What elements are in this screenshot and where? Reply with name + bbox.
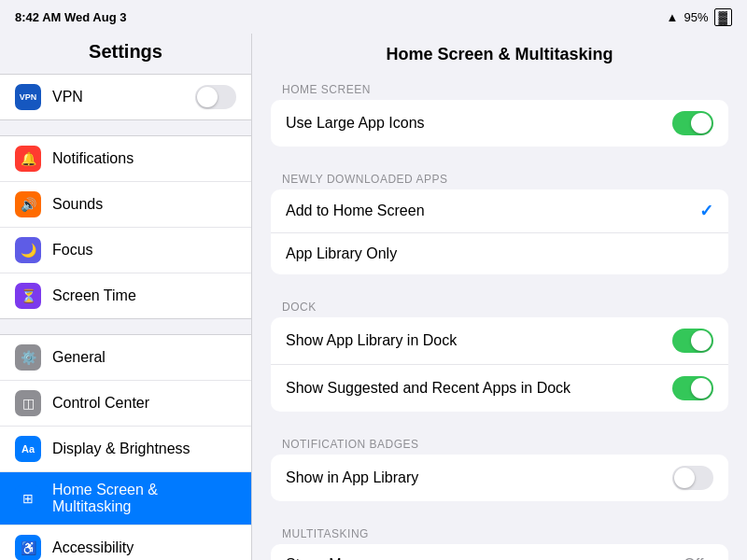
status-bar: 8:42 AM Wed Aug 3 ▲ 95% ▓ — [0, 0, 747, 34]
section-label-home-screen: HOME SCREEN — [271, 76, 728, 100]
vpn-row[interactable]: VPN VPN — [0, 74, 251, 120]
section-label-newly-downloaded: NEWLY DOWNLOADED APPS — [271, 165, 728, 189]
sidebar-item-label-notifications: Notifications — [52, 150, 134, 167]
control-center-icon: ◫ — [15, 390, 41, 416]
row-show-app-library-dock[interactable]: Show App Library in Dock — [271, 317, 728, 365]
section-notification-badges: NOTIFICATION BADGES Show in App Library — [271, 430, 728, 501]
section-content-multitasking: Stage Manager Off › — [271, 544, 728, 560]
accessibility-icon: ♿ — [15, 535, 41, 560]
status-icons: ▲ 95% ▓ — [667, 8, 732, 26]
sidebar-section-1: 🔔 Notifications 🔊 Sounds 🌙 Focus ⏳ — [0, 135, 251, 319]
content-title: Home Screen & Multitasking — [252, 34, 747, 76]
content: Home Screen & Multitasking HOME SCREEN U… — [252, 34, 747, 560]
focus-icon: 🌙 — [15, 237, 41, 263]
sidebar-item-label-display-brightness: Display & Brightness — [52, 441, 190, 457]
row-label-large-icons: Use Large App Icons — [286, 115, 672, 132]
sidebar-title: Settings — [0, 34, 251, 74]
section-newly-downloaded: NEWLY DOWNLOADED APPS Add to Home Screen… — [271, 165, 728, 274]
row-label-show-in-app-library: Show in App Library — [286, 469, 672, 486]
show-suggested-toggle[interactable] — [672, 376, 713, 400]
sidebar-item-control-center[interactable]: ◫ Control Center — [0, 381, 251, 427]
section-label-notification-badges: NOTIFICATION BADGES — [271, 430, 728, 455]
section-label-multitasking: MULTITASKING — [271, 520, 728, 544]
row-stage-manager[interactable]: Stage Manager Off › — [271, 544, 728, 560]
section-label-dock: DOCK — [271, 293, 728, 317]
sidebar-item-label-accessibility: Accessibility — [52, 539, 134, 556]
row-show-in-app-library[interactable]: Show in App Library — [271, 455, 728, 501]
sidebar-item-home-screen[interactable]: ⊞ Home Screen & Multitasking — [0, 472, 251, 525]
section-content-dock: Show App Library in Dock Show Suggested … — [271, 317, 728, 412]
add-home-checkmark: ✓ — [699, 201, 713, 221]
sidebar-item-general[interactable]: ⚙️ General — [0, 335, 251, 381]
home-screen-icon: ⊞ — [15, 485, 41, 511]
sidebar-section-2: ⚙️ General ◫ Control Center Aa Display &… — [0, 334, 251, 560]
large-icons-toggle[interactable] — [672, 111, 713, 135]
sidebar-item-accessibility[interactable]: ♿ Accessibility — [0, 525, 251, 560]
sidebar-item-sounds[interactable]: 🔊 Sounds — [0, 182, 251, 228]
row-label-app-library-only: App Library Only — [286, 245, 713, 262]
row-large-icons[interactable]: Use Large App Icons — [271, 100, 728, 147]
show-app-library-toggle[interactable] — [672, 329, 713, 353]
vpn-icon-label: VPN — [20, 92, 37, 102]
section-dock: DOCK Show App Library in Dock Show Sugge… — [271, 293, 728, 412]
general-icon: ⚙️ — [15, 344, 41, 371]
vpn-icon: VPN — [15, 84, 41, 110]
row-add-home-screen[interactable]: Add to Home Screen ✓ — [271, 189, 728, 233]
show-in-app-library-toggle[interactable] — [672, 466, 713, 490]
sidebar: Settings VPN VPN 🔔 Notifications 🔊 Sound… — [0, 34, 252, 560]
row-label-show-app-library: Show App Library in Dock — [286, 332, 672, 349]
sidebar-item-label-general: General — [52, 349, 106, 366]
stage-manager-value: Off — [684, 556, 703, 560]
battery-percent: 95% — [684, 10, 708, 24]
status-time: 8:42 AM Wed Aug 3 — [15, 10, 126, 24]
wifi-icon: ▲ — [667, 10, 679, 24]
row-label-add-home: Add to Home Screen — [286, 203, 699, 219]
section-content-home-screen: Use Large App Icons — [271, 100, 728, 147]
screen-time-icon: ⏳ — [15, 283, 41, 309]
sidebar-item-label-sounds: Sounds — [52, 196, 103, 213]
notifications-icon: 🔔 — [15, 146, 41, 172]
section-home-screen: HOME SCREEN Use Large App Icons — [271, 76, 728, 147]
vpn-toggle[interactable] — [195, 85, 236, 109]
section-content-notification-badges: Show in App Library — [271, 455, 728, 501]
sidebar-item-label-home-screen: Home Screen & Multitasking — [52, 482, 236, 515]
sounds-icon: 🔊 — [15, 191, 41, 217]
sidebar-item-display-brightness[interactable]: Aa Display & Brightness — [0, 427, 251, 472]
section-multitasking: MULTITASKING Stage Manager Off › Stage M… — [271, 520, 728, 560]
sidebar-item-label-control-center: Control Center — [52, 395, 149, 412]
main-layout: Settings VPN VPN 🔔 Notifications 🔊 Sound… — [0, 34, 747, 560]
battery-icon: ▓ — [714, 8, 732, 26]
vpn-label: VPN — [52, 89, 195, 105]
row-label-show-suggested: Show Suggested and Recent Apps in Dock — [286, 380, 672, 397]
sidebar-item-focus[interactable]: 🌙 Focus — [0, 228, 251, 273]
sidebar-item-screen-time[interactable]: ⏳ Screen Time — [0, 273, 251, 318]
row-app-library-only[interactable]: App Library Only — [271, 233, 728, 274]
sidebar-item-label-focus: Focus — [52, 242, 93, 259]
sidebar-item-label-screen-time: Screen Time — [52, 287, 136, 304]
section-content-newly-downloaded: Add to Home Screen ✓ App Library Only — [271, 189, 728, 274]
row-label-stage-manager: Stage Manager — [286, 556, 684, 560]
sidebar-item-notifications[interactable]: 🔔 Notifications — [0, 136, 251, 182]
display-brightness-icon: Aa — [15, 436, 41, 462]
row-show-suggested[interactable]: Show Suggested and Recent Apps in Dock — [271, 365, 728, 412]
